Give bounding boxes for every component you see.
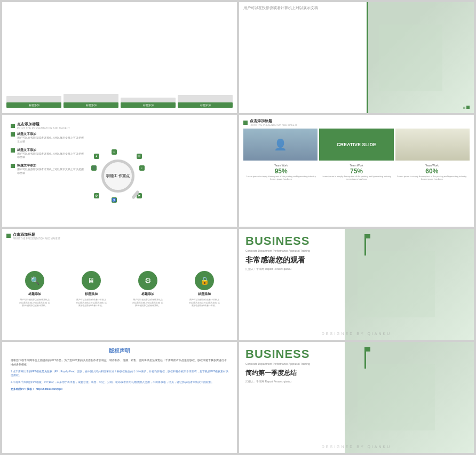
bar-item-2: 标题添加 — [64, 92, 118, 108]
bar-item-3: 标题添加 — [121, 92, 176, 108]
icons-header: 点击添加标题 PRINT THE PRESENTATION AND MAKE I… — [6, 232, 233, 240]
icon-title-3: 标题添加 — [198, 292, 211, 297]
creative-label-text: CREATIVE SLIDE — [337, 142, 376, 148]
icon-item-2: ⚙ 标题添加 用户可以在投影仪或者计算机上 对以展示文稿上可以展示文稿 以展示在… — [132, 271, 164, 307]
stat-2: Team Work 60% Lorem ipsum is simply dumm… — [394, 164, 470, 180]
icons-header-texts: 点击添加标题 PRINT THE PRESENTATION AND MAKE I… — [13, 232, 60, 240]
copyright-item-0: 1.点千库网出售的PPT模板是免版权（RF：Royalty-Free）正版，在中… — [11, 370, 228, 377]
magnifier-header: 点击添加标题 PRINT THE PRESENTATION AND MAKE I… — [11, 122, 148, 130]
slides-grid: 标题添加 标题添加 标题添加 标题添加 — [0, 0, 476, 455]
list-item-2: 标题文字添加 用户可以在投影仪或者计算机上对以展示文稿上可以把握示文稿 — [11, 148, 84, 159]
item-text-1: 标题文字添加 用户可以在投影仪或者计算机上对以展示文稿上可以把握示文稿 — [17, 132, 84, 143]
icon-monitor: 🖥 — [82, 271, 101, 290]
stat-label-1: Team Work — [350, 164, 363, 167]
btn-3[interactable]: 标题添加 — [121, 102, 176, 108]
ring-icon-bl: ⚙ — [94, 193, 99, 198]
icons-subtitle: PRINT THE PRESENTATION AND MAKE IT — [13, 237, 60, 240]
icon-desc-0: 用户可以在投影仪或者计算机上 对以展示文稿上可以展示文稿 以展示在投影仪或者计算… — [19, 298, 51, 307]
item-desc-3: 用户可以在投影仪或者计算机上对以展示文稿上可以把握示文稿 — [17, 168, 84, 175]
magnifier-ring: ☆ ✉ ♪ ⚑ ♿ ⚙ 🎵 ✦ 职能工 作重点 — [91, 149, 145, 203]
corp-text-1: Corporate Department Performance Apprais… — [245, 249, 467, 252]
icon-title-2: 标题添加 — [141, 292, 154, 297]
ring-icon-bot: ♿ — [112, 197, 117, 203]
top-right-image — [368, 2, 474, 113]
bar-container-4 — [178, 92, 233, 102]
magnifier-body: 标题文字添加 用户可以在投影仪或者计算机上对以展示文稿上可以把握示文稿 标题文字… — [11, 132, 148, 220]
stat-desc-2: Lorem ipsum is simply dummy text of the … — [394, 175, 470, 180]
magnifier-subtitle: PRINT THE PRESENTATION AND MAKE IT — [17, 127, 70, 130]
img-hands — [395, 129, 470, 161]
green-bar-divider — [367, 2, 368, 113]
item-text-2: 标题文字添加 用户可以在投影仪或者计算机上对以展示文稿上可以把握示文稿 — [17, 148, 84, 159]
item-text-3: 标题文字添加 用户可以在投影仪或者计算机上对以展示文稿上可以把握示文稿 — [17, 163, 84, 175]
slide-barchart: 标题添加 标题添加 标题添加 标题添加 — [2, 2, 237, 113]
copyright-title: 版权声明 — [11, 347, 228, 355]
copyright-link-url[interactable]: http://588ku.com/ppt/ — [36, 387, 62, 390]
icon-item-1: 🖥 标题添加 用户可以在投影仪或者计算机上 对以展示文稿上可以展示文稿 以展示在… — [75, 271, 107, 307]
bar-fill-3 — [121, 98, 176, 102]
icon-settings: ⚙ — [138, 271, 157, 290]
hands-photo — [395, 129, 470, 161]
stat-0: Team Work 95% Lorem ipsum is simply dumm… — [243, 164, 319, 180]
bar-items: 标题添加 标题添加 标题添加 标题添加 — [6, 92, 233, 108]
stat-desc-1: Lorem ipsum is simply dummy text of the … — [319, 175, 394, 180]
icon-title-1: 标题添加 — [85, 292, 98, 297]
item-title-2: 标题文字添加 — [17, 148, 84, 153]
slide-creative: 点击添加标题 PRINT THE PRESENTATION AND MAKE I… — [239, 115, 474, 226]
bar-container-3 — [121, 92, 176, 102]
sq-3 — [11, 164, 15, 168]
icon-title-0: 标题添加 — [28, 292, 41, 297]
icons-title: 点击添加标题 — [13, 232, 60, 237]
icon-item-3: 🔒 标题添加 用户可以在投影仪或者计算机上 对以展示文稿上可以展示文稿 以展示在… — [188, 271, 220, 307]
creative-images: 👤 CREATIVE SLIDE — [243, 129, 470, 161]
stat-label-2: Team Work — [425, 164, 439, 167]
magnifier-visual: ☆ ✉ ♪ ⚑ ♿ ⚙ 🎵 ✦ 职能工 作重点 — [87, 132, 148, 220]
creative-header: 点击添加标题 PRINT THE PRESENTATION AND MAKE I… — [243, 118, 470, 126]
icon-desc-1: 用户可以在投影仪或者计算机上 对以展示文稿上可以展示文稿 以展示在投影仪或者计算… — [75, 298, 107, 307]
creative-header-icon — [243, 121, 248, 125]
stat-desc-0: Lorem ipsum is simply dummy text of the … — [243, 175, 319, 180]
stat-1: Team Work 75% Lorem ipsum is simply dumm… — [319, 164, 394, 180]
slide-business-2: BUSINESS Corporate Department Performanc… — [239, 342, 474, 453]
magnifier-title: 点击添加标题 — [17, 122, 70, 127]
list-item-1: 标题文字添加 用户可以在投影仪或者计算机上对以展示文稿上可以把握示文稿 — [11, 132, 84, 143]
icon-search: 🔍 — [25, 271, 44, 290]
slide-top-right: 用户可以在投影仪或者计算机上对以展示文稿 — [239, 2, 474, 113]
magnifier-circle: 职能工 作重点 — [101, 159, 134, 193]
bar-container-2 — [64, 92, 118, 102]
slide-copyright: 版权声明 感谢您下载千库网平台上面提供的PPT作品，为了您和平素的以及原创作者的… — [2, 342, 237, 453]
btn-1[interactable]: 标题添加 — [6, 102, 61, 108]
icon-desc-3: 用户可以在投影仪或者计算机上 对以展示文稿上可以展示文稿 以展示在投影仪或者计算… — [188, 298, 220, 307]
icons-header-icon — [6, 234, 11, 238]
business-label-2: BUSINESS — [245, 347, 467, 361]
stat-value-2: 60% — [425, 167, 438, 175]
img-creative-label: CREATIVE SLIDE — [319, 129, 393, 161]
copyright-item-1: 2.不得将千库网的PPT模板，PPT素材，未来用于再出售，成套合批，出售，转让，… — [11, 380, 228, 384]
slide-icons: 点击添加标题 PRINT THE PRESENTATION AND MAKE I… — [2, 229, 237, 340]
bar-fill-4 — [178, 95, 233, 102]
icon-item-0: 🔍 标题添加 用户可以在投影仪或者计算机上 对以展示文稿上可以展示文稿 以展示在… — [19, 271, 51, 307]
creative-subtitle: PRINT THE PRESENTATION AND MAKE IT — [250, 124, 297, 126]
ring-icon-top: ☆ — [112, 149, 117, 155]
reporter-2: 汇报人：千库网 Report Person: qianku — [245, 380, 467, 383]
deco-sq-2 — [463, 107, 465, 109]
bar-item-1: 标题添加 — [6, 92, 61, 108]
icon-desc-2: 用户可以在投影仪或者计算机上 对以展示文稿上可以展示文稿 以展示在投影仪或者计算… — [132, 298, 164, 307]
btn-4[interactable]: 标题添加 — [178, 102, 233, 108]
top-right-text: 用户可以在投影仪或者计算机上对以展示文稿 — [243, 5, 470, 11]
main-title-1: 非常感谢您的观看 — [245, 256, 467, 265]
list-item-3: 标题文字添加 用户可以在投影仪或者计算机上对以展示文稿上可以把握示文稿 — [11, 163, 84, 175]
designed-watermark-2: DESIGNED BY QIANKU — [322, 445, 392, 449]
bar-item-4: 标题添加 — [178, 92, 233, 108]
ring-icon-tl: ✦ — [94, 154, 99, 159]
slide-magnifier: 点击添加标题 PRINT THE PRESENTATION AND MAKE I… — [2, 115, 237, 226]
copyright-link-label: 更多精品PPT模板： — [11, 387, 35, 390]
btn-2[interactable]: 标题添加 — [64, 102, 118, 108]
header-block-icon — [11, 124, 15, 128]
reporter-1: 汇报人：千库网 Report Person: qianku — [245, 267, 467, 270]
copyright-link-row: 更多精品PPT模板： http://588ku.com/ppt/ — [11, 387, 228, 390]
designed-watermark-1: DESIGNED BY QIANKU — [322, 332, 392, 336]
business-content-2: BUSINESS Corporate Department Performanc… — [239, 342, 474, 388]
item-desc-2: 用户可以在投影仪或者计算机上对以展示文稿上可以把握示文稿 — [17, 153, 84, 159]
icons-row: 🔍 标题添加 用户可以在投影仪或者计算机上 对以展示文稿上可以展示文稿 以展示在… — [6, 242, 233, 337]
